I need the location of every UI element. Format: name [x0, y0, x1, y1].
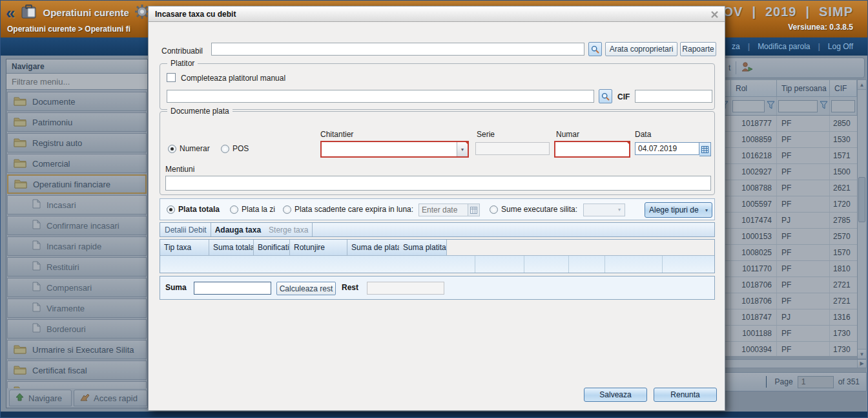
- tab-detalii-debit[interactable]: Detalii Debit: [160, 225, 207, 235]
- search-platitor-button[interactable]: [599, 89, 612, 103]
- column-header[interactable]: Suma de plata: [347, 240, 399, 255]
- sterge-taxa-button[interactable]: Sterge taxa: [269, 225, 308, 235]
- radio-plata-totala[interactable]: Plata totala: [167, 205, 220, 214]
- platitor-manual-label: Completeaza platitorul manual: [181, 74, 285, 83]
- contribuabil-label: Contribuabil: [161, 47, 203, 56]
- column-header[interactable]: Bonificatie: [254, 240, 290, 255]
- close-icon[interactable]: [710, 10, 719, 19]
- numar-input[interactable]: [554, 141, 630, 158]
- change-password-link[interactable]: Modifica parola: [758, 42, 810, 51]
- serie-input: [475, 142, 550, 155]
- column-header[interactable]: Suma totala: [209, 240, 254, 255]
- payment-options-box: Plata totala Plata la zi Plata scadente …: [160, 198, 715, 220]
- radio-sume-executare[interactable]: Sume executare silita:: [490, 205, 577, 214]
- cif-input[interactable]: [635, 90, 712, 103]
- contribuabil-input[interactable]: [211, 43, 584, 56]
- chitantier-combobox[interactable]: ▾: [320, 141, 469, 158]
- column-header[interactable]: Rotunjire: [290, 240, 347, 255]
- dialog-title: Incasare taxa cu debit: [149, 6, 725, 22]
- version-label: Versiunea: 0.3.8.5: [788, 23, 853, 32]
- calendar-icon[interactable]: [699, 142, 711, 156]
- suma-label: Suma: [165, 283, 187, 292]
- briefcase-icon: [20, 4, 37, 21]
- arata-coproprietari-button[interactable]: Arata coproprietari: [605, 42, 677, 56]
- breadcrumb: Operatiuni curente > Operatiuni fi: [7, 25, 130, 34]
- radio-numerar[interactable]: Numerar: [168, 144, 210, 153]
- rapoarte-button[interactable]: Rapoarte: [680, 42, 716, 56]
- mentiuni-label: Mentiuni: [165, 165, 194, 174]
- calculeaza-rest-button[interactable]: Calculeaza rest: [276, 282, 336, 295]
- application-window: « Operatiuni curente: [0, 0, 868, 418]
- documente-plata-fieldset: Documente plata Numerar POS Chitantier S…: [160, 111, 715, 195]
- search-contribuabil-button[interactable]: [588, 42, 602, 56]
- platitor-legend: Platitor: [167, 59, 198, 68]
- column-header[interactable]: Tip taxa: [160, 240, 209, 255]
- serie-label: Serie: [477, 130, 495, 139]
- chevron-down-icon: ▾: [705, 207, 708, 213]
- page-title: Operatiuni curente: [43, 7, 129, 18]
- suma-input[interactable]: [194, 282, 271, 295]
- alege-tipuri-button[interactable]: Alege tipuri de ▾: [645, 202, 712, 218]
- bottom-status-bar: [1, 412, 868, 418]
- salveaza-button[interactable]: Salveaza: [584, 388, 647, 402]
- executare-combobox: ▾: [583, 204, 625, 216]
- rest-label: Rest: [342, 283, 358, 292]
- rest-input: [367, 282, 444, 295]
- radio-pos[interactable]: POS: [221, 144, 249, 153]
- numar-label: Numar: [556, 130, 579, 139]
- documente-plata-legend: Documente plata: [167, 107, 232, 116]
- incasare-taxa-dialog: Incasare taxa cu debit Contribuabil Arat…: [148, 6, 725, 411]
- debit-tabstrip: Detalii Debit Adauga taxa Sterge taxa: [160, 222, 715, 237]
- empty-tax-row[interactable]: [160, 255, 714, 273]
- column-header[interactable]: Suma platita: [399, 240, 447, 255]
- renunta-button[interactable]: Renunta: [654, 388, 717, 402]
- suma-box: Suma Calculeaza rest Rest: [160, 276, 715, 300]
- adauga-taxa-button[interactable]: Adauga taxa: [215, 225, 261, 235]
- mentiuni-input[interactable]: [165, 176, 711, 191]
- radio-plata-la-zi[interactable]: Plata la zi: [230, 205, 275, 214]
- taxe-table: Tip taxa Suma totala Bonificatie Rotunji…: [160, 239, 715, 273]
- cif-label: CIF: [617, 92, 630, 101]
- radio-plata-scadente[interactable]: Plata scadente care expira in luna:: [283, 205, 413, 214]
- data-input[interactable]: [635, 142, 699, 155]
- platitor-fieldset: Platitor Completeaza platitorul manual C…: [160, 63, 715, 110]
- logoff-link[interactable]: Log Off: [828, 42, 853, 51]
- partial-link[interactable]: za: [732, 42, 740, 51]
- expira-luna-date-input: [418, 204, 468, 216]
- collapse-icon[interactable]: «: [6, 6, 15, 20]
- chevron-down-icon[interactable]: ▾: [457, 142, 468, 156]
- chitantier-label: Chitantier: [320, 130, 353, 139]
- calendar-icon: [468, 204, 480, 216]
- platitor-input[interactable]: [167, 90, 594, 103]
- platitor-manual-checkbox[interactable]: [167, 73, 176, 82]
- data-label: Data: [635, 130, 651, 139]
